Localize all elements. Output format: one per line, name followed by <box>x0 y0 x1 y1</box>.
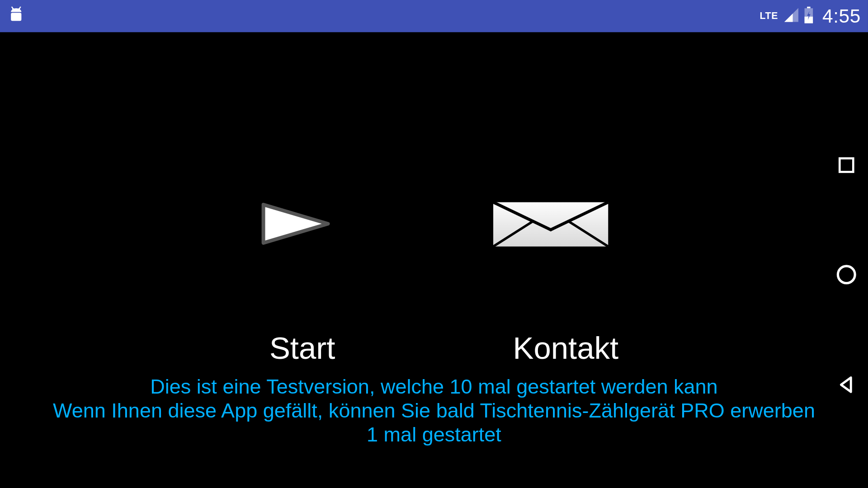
svg-line-3 <box>19 7 20 9</box>
battery-icon <box>803 7 814 26</box>
app-content: Start Kontakt Dies ist eine Testversion,… <box>0 33 868 488</box>
info-text: Dies ist eine Testversion, welche 10 mal… <box>0 375 868 446</box>
svg-rect-9 <box>840 159 853 172</box>
info-line-3: 1 mal gestartet <box>42 422 826 446</box>
svg-line-2 <box>12 7 13 9</box>
info-line-2: Wenn Ihnen diese App gefällt, können Sie… <box>42 399 826 422</box>
signal-icon <box>783 7 800 26</box>
svg-rect-4 <box>11 13 21 21</box>
network-type-label: LTE <box>760 11 778 22</box>
envelope-icon <box>491 200 611 251</box>
android-robot-icon <box>7 6 25 26</box>
clock-label: 4:55 <box>822 5 861 27</box>
svg-point-10 <box>838 266 855 283</box>
play-icon <box>257 200 335 256</box>
recent-apps-button[interactable] <box>836 155 857 178</box>
kontakt-label: Kontakt <box>494 330 637 366</box>
home-button[interactable] <box>835 263 858 289</box>
back-button[interactable] <box>835 374 857 398</box>
info-line-1: Dies ist eine Testversion, welche 10 mal… <box>42 375 826 399</box>
svg-rect-5 <box>807 7 810 9</box>
android-status-bar: LTE 4:55 <box>0 0 868 33</box>
svg-rect-8 <box>492 201 609 248</box>
start-label: Start <box>231 330 374 366</box>
android-nav-bar <box>825 65 868 488</box>
kontakt-button[interactable] <box>491 200 611 256</box>
start-button[interactable] <box>257 200 335 256</box>
